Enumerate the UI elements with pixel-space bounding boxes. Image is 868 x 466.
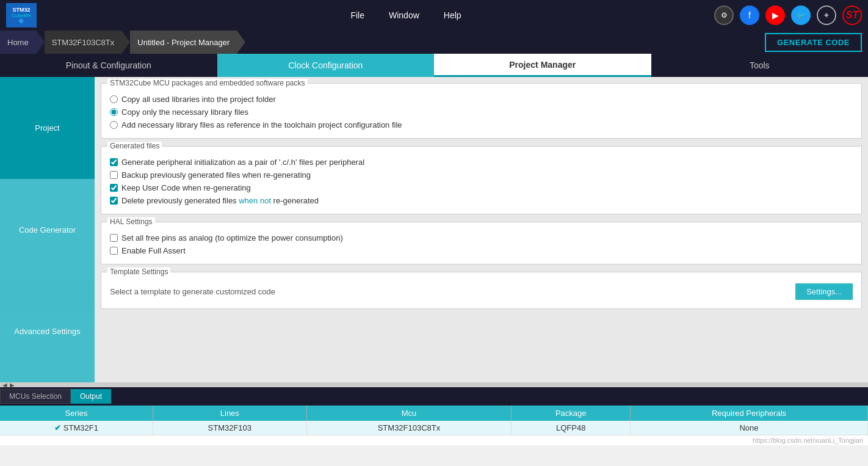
template-settings-section: Template Settings Select a template to g… xyxy=(101,272,862,309)
tab-project-manager[interactable]: Project Manager xyxy=(434,54,651,77)
cell-lines: STM32F103 xyxy=(153,421,307,435)
cb-backup[interactable]: Backup previously generated files when r… xyxy=(110,170,853,180)
st-logo-icon[interactable]: ST xyxy=(842,5,862,25)
hal-settings-legend: HAL Settings xyxy=(107,217,155,226)
nav-menu: File Window Help xyxy=(98,10,714,20)
community-icon[interactable]: ✦ xyxy=(817,5,836,25)
template-settings-text: Select a template to generate customized… xyxy=(110,287,786,296)
bottom-bar: MCUs Selection Output xyxy=(0,387,868,406)
settings-icon[interactable]: ⚙ xyxy=(714,5,734,25)
table-header-row: Series Lines Mcu Package Required Periph… xyxy=(0,406,868,421)
breadcrumb-arrow-2 xyxy=(121,31,130,54)
main-tabs: Pinout & Configuration Clock Configurati… xyxy=(0,54,868,77)
col-series: Series xyxy=(0,406,153,421)
twitter-icon[interactable]: 🐦 xyxy=(791,5,811,25)
logo-box: STM32 CubeMX 🔷 xyxy=(6,3,37,27)
scroll-left-arrow[interactable]: ◀ xyxy=(2,382,7,388)
logo-cube: CubeMX xyxy=(12,13,31,18)
table-row[interactable]: ✔ STM32F1 STM32F103 STM32F103C8Tx LQFP48… xyxy=(0,421,868,435)
breadcrumb-home[interactable]: Home xyxy=(0,31,36,54)
data-table: Series Lines Mcu Package Required Periph… xyxy=(0,406,868,435)
cb-delete-generated-input[interactable] xyxy=(110,197,118,205)
cb-backup-input[interactable] xyxy=(110,171,118,179)
breadcrumb-arrow-3 xyxy=(237,31,245,54)
scroll-indicator: ◀ ▶ xyxy=(0,382,868,387)
breadcrumb-arrow-1 xyxy=(36,31,45,54)
tab-tools[interactable]: Tools xyxy=(651,54,869,77)
cell-peripherals: None xyxy=(631,421,868,435)
mcu-packages-options: Copy all used libraries into the project… xyxy=(110,95,853,129)
breadcrumb-project[interactable]: Untitled - Project Manager xyxy=(130,31,237,54)
header-icons: ⚙ f ▶ 🐦 ✦ ST xyxy=(714,5,862,25)
col-lines: Lines xyxy=(153,406,307,421)
bottom-tabs: MCUs Selection Output xyxy=(0,389,111,404)
breadcrumb-mcu[interactable]: STM32F103C8Tx xyxy=(45,31,122,54)
logo-stm32: STM32 xyxy=(12,7,30,13)
radio-copy-necessary-input[interactable] xyxy=(110,108,118,116)
tab-clock-configuration[interactable]: Clock Configuration xyxy=(217,54,435,77)
scroll-right-arrow[interactable]: ▶ xyxy=(10,382,15,388)
generated-files-options: Generate peripheral initialization as a … xyxy=(110,158,853,205)
tab-output[interactable]: Output xyxy=(71,389,111,404)
cb-set-free-pins-input[interactable] xyxy=(110,234,118,242)
logo-area: STM32 CubeMX 🔷 xyxy=(6,3,37,27)
template-settings-legend: Template Settings xyxy=(107,268,170,276)
cell-series: ✔ STM32F1 xyxy=(0,421,153,435)
cell-mcu: STM32F103C8Tx xyxy=(306,421,512,435)
facebook-icon[interactable]: f xyxy=(740,5,759,25)
sidebar-item-project[interactable]: Project xyxy=(0,77,95,179)
template-settings-button[interactable]: Settings... xyxy=(795,283,853,300)
cb-delete-generated[interactable]: Delete previously generated files when n… xyxy=(110,196,853,205)
generate-code-button[interactable]: GENERATE CODE xyxy=(765,33,862,52)
selected-icon: ✔ xyxy=(54,423,61,432)
cb-enable-assert-input[interactable] xyxy=(110,247,118,255)
nav-file[interactable]: File xyxy=(350,10,364,20)
sidebar-item-advanced-settings[interactable]: Advanced Settings xyxy=(0,280,95,382)
cell-package: LQFP48 xyxy=(512,421,631,435)
breadcrumb: Home STM32F103C8Tx Untitled - Project Ma… xyxy=(0,31,868,54)
youtube-icon[interactable]: ▶ xyxy=(765,5,785,25)
radio-copy-all[interactable]: Copy all used libraries into the project… xyxy=(110,95,853,104)
radio-copy-necessary[interactable]: Copy only the necessary library files xyxy=(110,107,853,117)
sidebar-item-code-generator[interactable]: Code Generator xyxy=(0,179,95,281)
cb-enable-assert[interactable]: Enable Full Assert xyxy=(110,246,853,255)
col-package: Package xyxy=(512,406,631,421)
cb-keep-user-code[interactable]: Keep User Code when re-generating xyxy=(110,183,853,192)
radio-add-reference-input[interactable] xyxy=(110,121,118,129)
radio-add-reference[interactable]: Add necessary library files as reference… xyxy=(110,120,853,129)
mcu-packages-section: STM32Cube MCU packages and embedded soft… xyxy=(101,83,862,139)
cb-generate-peripheral[interactable]: Generate peripheral initialization as a … xyxy=(110,158,853,167)
highlight-when-not: when not xyxy=(239,196,271,205)
mcu-packages-legend: STM32Cube MCU packages and embedded soft… xyxy=(107,79,308,87)
generated-files-legend: Generated files xyxy=(107,142,162,150)
cb-set-free-pins[interactable]: Set all free pins as analog (to optimize… xyxy=(110,233,853,242)
col-mcu: Mcu xyxy=(306,406,512,421)
template-settings-area: Select a template to generate customized… xyxy=(110,283,853,300)
hal-settings-section: HAL Settings Set all free pins as analog… xyxy=(101,222,862,264)
sidebar: Project Code Generator Advanced Settings xyxy=(0,77,95,382)
tab-pinout-configuration[interactable]: Pinout & Configuration xyxy=(0,54,217,77)
watermark: https://blog.csdn.net/xuanLi_Tongjian xyxy=(0,435,868,445)
tab-mcus-selection[interactable]: MCUs Selection xyxy=(0,389,71,404)
generated-files-section: Generated files Generate peripheral init… xyxy=(101,146,862,214)
header: STM32 CubeMX 🔷 File Window Help ⚙ f ▶ 🐦 … xyxy=(0,0,868,31)
content-area: Project Code Generator Advanced Settings… xyxy=(0,77,868,382)
logo-icon: 🔷 xyxy=(18,18,24,24)
cb-generate-peripheral-input[interactable] xyxy=(110,158,118,166)
nav-window[interactable]: Window xyxy=(389,10,419,20)
col-peripherals: Required Peripherals xyxy=(631,406,868,421)
main-content: STM32Cube MCU packages and embedded soft… xyxy=(95,77,868,382)
hal-settings-options: Set all free pins as analog (to optimize… xyxy=(110,233,853,255)
nav-help[interactable]: Help xyxy=(444,10,461,20)
cb-keep-user-code-input[interactable] xyxy=(110,184,118,192)
radio-copy-all-input[interactable] xyxy=(110,95,118,103)
